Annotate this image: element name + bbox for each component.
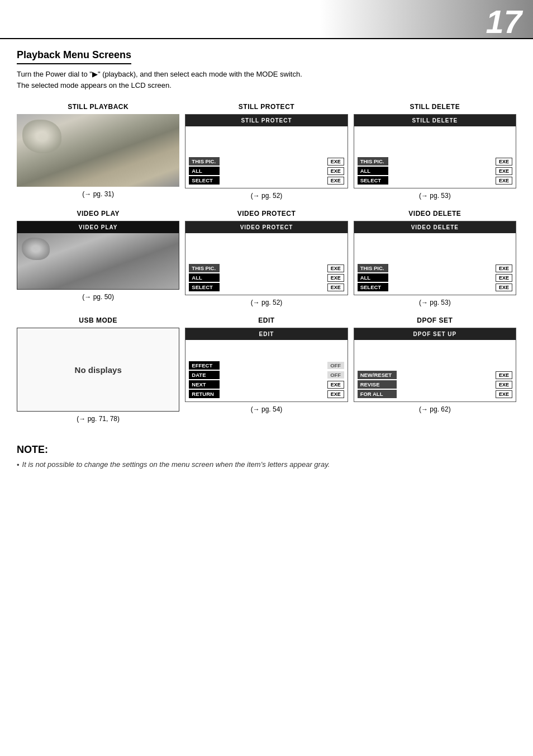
- video-protect-select: SELECT: [189, 283, 220, 291]
- dpof-newreset: NEW/RESET: [358, 371, 397, 379]
- edit-date: DATE: [189, 371, 220, 379]
- still-delete-exe-1[interactable]: EXE: [496, 158, 512, 166]
- video-protect-screen: VIDEO PROTECT THIS PIC. EXE ALL EXE SELE…: [185, 221, 348, 295]
- usb-mode-label: USB MODE: [79, 316, 117, 324]
- still-delete-row-1: THIS PIC. EXE: [358, 157, 512, 166]
- still-delete-screen: STILL DELETE THIS PIC. EXE ALL EXE SELEC…: [354, 114, 516, 188]
- edit-screen: EDIT EFFECT OFF DATE OFF NEXT EXE: [185, 328, 348, 402]
- edit-label: EDIT: [258, 316, 274, 324]
- video-protect-row-3: SELECT EXE: [189, 283, 344, 291]
- video-delete-thispic: THIS PIC.: [358, 264, 388, 272]
- still-delete-select: SELECT: [358, 176, 388, 185]
- still-protect-thispic: THIS PIC.: [189, 157, 220, 166]
- section-title: Playback Menu Screens: [17, 49, 131, 64]
- video-delete-row-2: ALL EXE: [358, 273, 512, 282]
- still-protect-block: STILL PROTECT STILL PROTECT THIS PIC. EX…: [185, 103, 348, 200]
- video-protect-label: VIDEO PROTECT: [237, 210, 296, 218]
- no-displays-text: No displays: [75, 365, 122, 375]
- video-delete-row-3: SELECT EXE: [358, 283, 512, 291]
- video-delete-all: ALL: [358, 273, 388, 282]
- still-delete-exe-3[interactable]: EXE: [496, 177, 512, 185]
- video-delete-header: VIDEO DELETE: [354, 221, 516, 233]
- dpof-newreset-exe[interactable]: EXE: [496, 371, 512, 379]
- dpof-revise-exe[interactable]: EXE: [496, 381, 512, 389]
- edit-effect-val: OFF: [327, 362, 344, 369]
- still-delete-exe-2[interactable]: EXE: [496, 167, 512, 175]
- still-protect-screen: STILL PROTECT THIS PIC. EXE ALL EXE SELE…: [185, 114, 348, 188]
- video-delete-screen: VIDEO DELETE THIS PIC. EXE ALL EXE SELEC…: [354, 221, 516, 295]
- video-delete-exe-3[interactable]: EXE: [496, 284, 512, 291]
- edit-return: RETURN: [189, 390, 220, 398]
- edit-row-date: DATE OFF: [189, 371, 344, 379]
- edit-next-exe[interactable]: EXE: [327, 381, 344, 389]
- edit-body: EFFECT OFF DATE OFF NEXT EXE RETURN EXE: [185, 340, 347, 401]
- still-delete-body: THIS PIC. EXE ALL EXE SELECT EXE: [354, 126, 516, 188]
- intro-line1: Turn the Power dial to "▶" (playback), a…: [17, 69, 516, 80]
- video-protect-row-2: ALL EXE: [189, 273, 344, 282]
- edit-effect: EFFECT: [189, 361, 220, 370]
- still-delete-block: STILL DELETE STILL DELETE THIS PIC. EXE …: [354, 103, 516, 200]
- edit-next: NEXT: [189, 380, 220, 389]
- still-playback-label: STILL PLAYBACK: [68, 103, 129, 111]
- still-delete-thispic: THIS PIC.: [358, 157, 388, 166]
- still-protect-exe-1[interactable]: EXE: [327, 158, 344, 166]
- video-delete-row-1: THIS PIC. EXE: [358, 264, 512, 272]
- usb-mode-block: USB MODE No displays (→ pg. 71, 78): [17, 316, 179, 423]
- still-delete-label: STILL DELETE: [410, 103, 460, 111]
- usb-mode-ref: (→ pg. 71, 78): [77, 415, 120, 423]
- still-playback-ref: (→ pg. 31): [82, 190, 114, 198]
- edit-return-exe[interactable]: EXE: [327, 390, 344, 398]
- page-header: 17: [0, 0, 533, 39]
- video-delete-body: THIS PIC. EXE ALL EXE SELECT EXE: [354, 233, 516, 295]
- video-delete-exe-1[interactable]: EXE: [496, 264, 512, 272]
- video-protect-ref: (→ pg. 52): [251, 299, 283, 306]
- edit-ref: (→ pg. 54): [251, 405, 283, 413]
- dpof-row-forall: FOR ALL EXE: [358, 390, 512, 398]
- video-protect-block: VIDEO PROTECT VIDEO PROTECT THIS PIC. EX…: [185, 210, 348, 306]
- video-delete-select: SELECT: [358, 283, 388, 291]
- video-play-screen: VIDEO PLAY: [17, 221, 179, 290]
- note-section: NOTE: • It is not possible to change the…: [17, 440, 516, 471]
- still-playback-block: STILL PLAYBACK (→ pg. 31): [17, 103, 179, 200]
- video-protect-exe-3[interactable]: EXE: [327, 284, 344, 291]
- edit-header: EDIT: [185, 328, 347, 340]
- note-bullet: •: [17, 460, 20, 471]
- edit-row-next: NEXT EXE: [189, 380, 344, 389]
- still-delete-all: ALL: [358, 167, 388, 175]
- dpof-forall-exe[interactable]: EXE: [496, 390, 512, 398]
- still-protect-row-2: ALL EXE: [189, 167, 344, 175]
- video-delete-ref: (→ pg. 53): [419, 299, 451, 306]
- dpof-row-revise: REVISE EXE: [358, 380, 512, 389]
- still-protect-ref: (→ pg. 52): [251, 192, 283, 200]
- video-protect-thispic: THIS PIC.: [189, 264, 220, 272]
- video-protect-header: VIDEO PROTECT: [185, 221, 347, 233]
- dpof-set-body: NEW/RESET EXE REVISE EXE FOR ALL EXE: [354, 340, 516, 401]
- page-number: 17: [486, 3, 522, 40]
- video-delete-label: VIDEO DELETE: [408, 210, 461, 218]
- note-body: It is not possible to change the setting…: [22, 459, 330, 470]
- still-protect-label: STILL PROTECT: [239, 103, 294, 111]
- dpof-revise: REVISE: [358, 380, 397, 389]
- video-protect-exe-2[interactable]: EXE: [327, 274, 344, 282]
- video-play-block: VIDEO PLAY VIDEO PLAY (→ pg. 50): [17, 210, 179, 306]
- intro-text: Turn the Power dial to "▶" (playback), a…: [17, 69, 516, 91]
- edit-row-return: RETURN EXE: [189, 390, 344, 398]
- edit-date-val: OFF: [327, 371, 344, 379]
- dpof-set-ref: (→ pg. 62): [419, 405, 451, 413]
- video-play-image: [17, 233, 179, 289]
- page-content: Playback Menu Screens Turn the Power dia…: [0, 39, 533, 481]
- video-protect-all: ALL: [189, 273, 220, 282]
- still-delete-ref: (→ pg. 53): [419, 192, 451, 200]
- video-protect-body: THIS PIC. EXE ALL EXE SELECT EXE: [185, 233, 347, 295]
- still-protect-row-3: SELECT EXE: [189, 176, 344, 185]
- usb-mode-screen: No displays: [17, 328, 179, 412]
- dpof-set-label: DPOF SET: [417, 316, 453, 324]
- still-protect-exe-2[interactable]: EXE: [327, 167, 344, 175]
- still-delete-row-2: ALL EXE: [358, 167, 512, 175]
- dpof-set-header: DPOF SET UP: [354, 328, 516, 340]
- still-protect-exe-3[interactable]: EXE: [327, 177, 344, 185]
- video-protect-exe-1[interactable]: EXE: [327, 264, 344, 272]
- edit-row-effect: EFFECT OFF: [189, 361, 344, 370]
- dpof-set-block: DPOF SET DPOF SET UP NEW/RESET EXE REVIS…: [354, 316, 516, 423]
- video-delete-exe-2[interactable]: EXE: [496, 274, 512, 282]
